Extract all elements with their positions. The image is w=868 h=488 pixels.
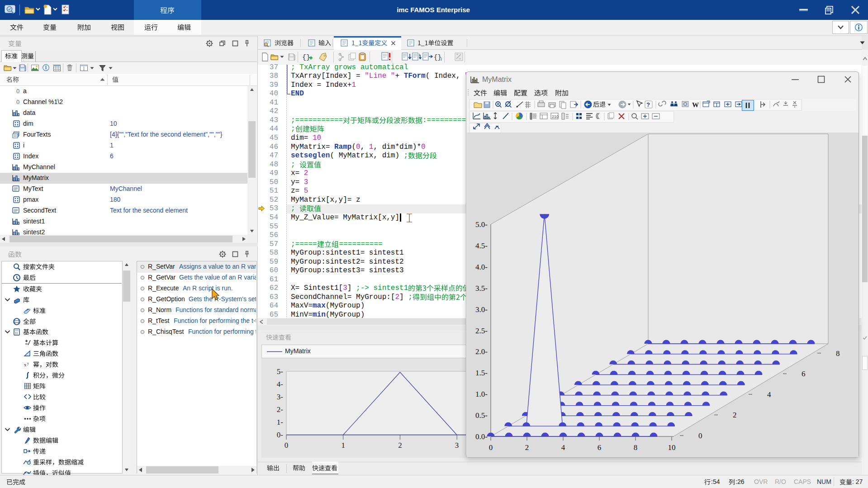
svg-text:6: 6 <box>598 443 602 452</box>
svg-text:8: 8 <box>836 349 840 358</box>
svg-text:2.0-: 2.0- <box>475 347 488 356</box>
svg-text:1.5-: 1.5- <box>475 369 488 377</box>
svg-text:5-: 5- <box>277 367 284 376</box>
svg-text:3-: 3- <box>277 393 284 401</box>
svg-text:0-: 0- <box>277 431 284 439</box>
svg-text:4.5-: 4.5- <box>475 242 488 250</box>
svg-text:1: 1 <box>341 441 345 450</box>
svg-text:0.0-: 0.0- <box>475 432 488 441</box>
svg-text:4: 4 <box>767 390 771 399</box>
svg-text:4: 4 <box>561 443 565 452</box>
svg-text:W: W <box>692 101 699 109</box>
svg-text:3: 3 <box>455 441 459 450</box>
svg-text:2-: 2- <box>277 405 284 414</box>
svg-text:0: 0 <box>698 431 702 440</box>
svg-text:5.0-: 5.0- <box>475 220 488 229</box>
svg-text:0: 0 <box>285 441 289 450</box>
svg-text:0.5-: 0.5- <box>475 411 488 420</box>
svg-text:3.5-: 3.5- <box>475 284 488 293</box>
svg-text:1-: 1- <box>277 418 284 426</box>
svg-text:3.0-: 3.0- <box>475 305 488 314</box>
svg-text:8: 8 <box>634 443 638 452</box>
svg-text:2: 2 <box>525 443 529 452</box>
svg-text:?: ? <box>646 101 650 108</box>
svg-text:6: 6 <box>802 370 806 378</box>
svg-text:2: 2 <box>398 441 402 450</box>
svg-text:210: 210 <box>552 114 559 119</box>
svg-text:4-: 4- <box>277 380 284 389</box>
svg-text:4.0-: 4.0- <box>475 263 488 271</box>
svg-text:0: 0 <box>489 443 493 452</box>
svg-text:1.0-: 1.0- <box>475 390 488 398</box>
svg-text:2: 2 <box>733 411 737 419</box>
svg-text:2.5-: 2.5- <box>475 327 488 335</box>
svg-text:10: 10 <box>668 443 676 452</box>
